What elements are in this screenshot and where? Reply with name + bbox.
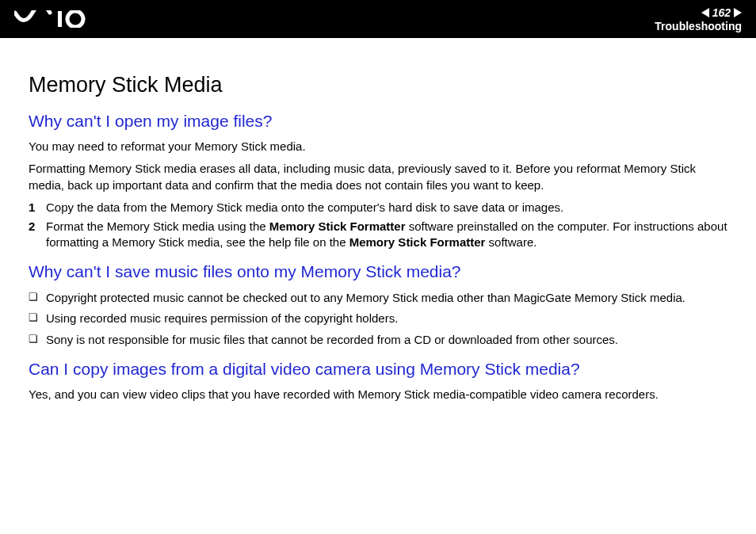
- vaio-logo: [14, 10, 101, 28]
- section-name: Troubleshooting: [655, 21, 742, 32]
- step-number: 2: [29, 219, 46, 251]
- box-bullet-icon: ❏: [29, 289, 46, 306]
- header-right: 162 Troubleshooting: [655, 6, 742, 33]
- page-nav: 162: [655, 7, 742, 19]
- q1-steps: 1 Copy the data from the Memory Stick me…: [29, 200, 731, 251]
- text-run: software.: [485, 235, 536, 249]
- q2-bullets: ❏ Copyright protected music cannot be ch…: [29, 289, 731, 349]
- step-text: Format the Memory Stick media using the …: [46, 219, 731, 251]
- q1-p2: Formatting Memory Stick media erases all…: [29, 161, 731, 193]
- list-item: ❏ Copyright protected music cannot be ch…: [29, 289, 731, 307]
- bold-run: Memory Stick Formatter: [269, 219, 406, 233]
- bold-run: Memory Stick Formatter: [349, 235, 486, 249]
- bullet-text: Using recorded music requires permission…: [46, 310, 731, 328]
- q2-heading: Why can't I save music files onto my Mem…: [29, 262, 731, 281]
- q1-heading: Why can't I open my image files?: [29, 112, 731, 131]
- svg-point-1: [67, 11, 83, 27]
- bullet-text: Sony is not responsible for music files …: [46, 331, 731, 349]
- list-item: ❏ Sony is not responsible for music file…: [29, 331, 731, 349]
- list-item: 1 Copy the data from the Memory Stick me…: [29, 200, 731, 216]
- text-run: Format the Memory Stick media using the: [46, 219, 269, 233]
- list-item: 2 Format the Memory Stick media using th…: [29, 219, 731, 251]
- svg-rect-0: [58, 11, 62, 27]
- step-number: 1: [29, 200, 46, 216]
- q3-heading: Can I copy images from a digital video c…: [29, 360, 731, 379]
- arrow-right-icon[interactable]: [734, 8, 742, 17]
- box-bullet-icon: ❏: [29, 331, 46, 348]
- q1-p1: You may need to reformat your Memory Sti…: [29, 139, 731, 154]
- step-text: Copy the data from the Memory Stick medi…: [46, 200, 731, 216]
- q3-p1: Yes, and you can view video clips that y…: [29, 387, 731, 402]
- arrow-left-icon[interactable]: [701, 8, 709, 17]
- list-item: ❏ Using recorded music requires permissi…: [29, 310, 731, 328]
- bullet-text: Copyright protected music cannot be chec…: [46, 289, 731, 307]
- content: Memory Stick Media Why can't I open my i…: [0, 38, 756, 402]
- header-bar: 162 Troubleshooting: [0, 0, 756, 38]
- page-number: 162: [712, 7, 731, 19]
- box-bullet-icon: ❏: [29, 310, 46, 326]
- page-title: Memory Stick Media: [29, 73, 731, 97]
